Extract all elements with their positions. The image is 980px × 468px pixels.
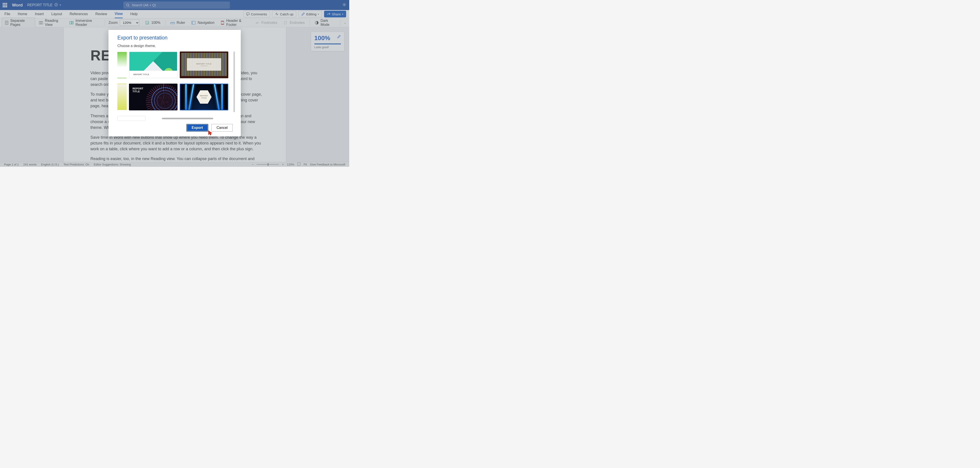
- theme-option-2[interactable]: REPORT TITLE: [180, 51, 228, 78]
- export-button[interactable]: Export: [186, 124, 208, 131]
- theme-option-peek-row3[interactable]: [118, 116, 145, 121]
- cancel-button[interactable]: Cancel: [212, 124, 233, 131]
- dialog-subtitle: Choose a design theme.: [118, 44, 233, 48]
- theme-option-prev-top[interactable]: [118, 51, 127, 78]
- theme-option-3[interactable]: REPORT TITLE: [129, 84, 178, 110]
- theme-scrollbar[interactable]: [234, 51, 235, 112]
- theme-option-4-selected[interactable]: REPORT TITLE: [180, 84, 228, 110]
- dialog-title: Export to presentation: [118, 35, 233, 41]
- theme-option-prev-bottom[interactable]: [118, 84, 127, 110]
- theme-horizontal-scrollbar[interactable]: [118, 116, 228, 121]
- theme-option-1[interactable]: REPORT TITLE: [129, 51, 178, 78]
- export-presentation-dialog: Export to presentation Choose a design t…: [108, 30, 241, 136]
- theme-grid: REPORT TITLE REPORT TITLE REPORT TITLE R…: [118, 51, 233, 121]
